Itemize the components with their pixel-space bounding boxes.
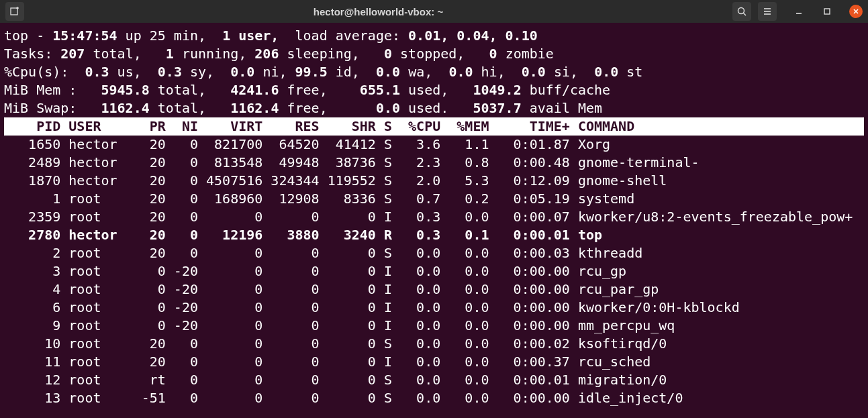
process-row: 2780 hector 20 0 12196 3880 3240 R 0.3 0… — [4, 227, 602, 243]
top-summary: top - 15:47:54 up 25 min, 1 user, load a… — [4, 27, 864, 117]
close-button[interactable] — [849, 5, 863, 18]
column-header: PID USER PR NI VIRT RES SHR S %CPU %MEM … — [4, 117, 864, 136]
window-title: hector@helloworld-vbox: ~ — [24, 3, 732, 21]
search-icon — [736, 6, 747, 17]
new-tab-button[interactable] — [5, 2, 24, 21]
minimize-button[interactable] — [793, 5, 805, 17]
menu-button[interactable] — [758, 2, 777, 21]
process-list: 1650 hector 20 0 821700 64520 41412 S 3.… — [4, 136, 864, 407]
process-row: 4 root 0 -20 0 0 0 I 0.0 0.0 0:00.00 rcu… — [4, 281, 659, 297]
maximize-button[interactable] — [821, 5, 833, 17]
terminal-output[interactable]: top - 15:47:54 up 25 min, 1 user, load a… — [0, 23, 868, 407]
close-icon — [853, 8, 859, 15]
process-row: 2489 hector 20 0 813548 49948 38736 S 2.… — [4, 154, 700, 170]
process-row: 12 root rt 0 0 0 0 S 0.0 0.0 0:00.01 mig… — [4, 372, 667, 388]
svg-rect-9 — [824, 9, 830, 14]
process-row: 11 root 20 0 0 0 0 I 0.0 0.0 0:00.37 rcu… — [4, 354, 650, 370]
maximize-icon — [823, 7, 831, 15]
process-row: 1650 hector 20 0 821700 64520 41412 S 3.… — [4, 136, 610, 152]
hamburger-icon — [762, 6, 773, 17]
process-row: 1870 hector 20 0 4507516 324344 119552 S… — [4, 172, 667, 189]
process-row: 3 root 0 -20 0 0 0 I 0.0 0.0 0:00.00 rcu… — [4, 263, 626, 279]
svg-point-3 — [738, 8, 744, 14]
svg-rect-0 — [11, 8, 17, 15]
process-row: 2359 root 20 0 0 0 0 I 0.3 0.0 0:00.07 k… — [4, 209, 853, 225]
svg-line-4 — [744, 13, 746, 16]
process-row: 10 root 20 0 0 0 0 S 0.0 0.0 0:00.02 kso… — [4, 335, 667, 352]
process-row: 6 root 0 -20 0 0 0 I 0.0 0.0 0:00.00 kwo… — [4, 299, 740, 315]
minimize-icon — [795, 7, 803, 15]
new-tab-icon — [9, 6, 20, 17]
process-row: 13 root -51 0 0 0 0 S 0.0 0.0 0:00.00 id… — [4, 390, 683, 406]
search-button[interactable] — [732, 2, 751, 21]
process-row: 1 root 20 0 168960 12908 8336 S 0.7 0.2 … — [4, 191, 634, 207]
process-row: 9 root 0 -20 0 0 0 I 0.0 0.0 0:00.00 mm_… — [4, 317, 675, 333]
process-row: 2 root 20 0 0 0 0 S 0.0 0.0 0:00.03 kthr… — [4, 245, 642, 261]
window-titlebar: hector@helloworld-vbox: ~ — [0, 0, 868, 23]
